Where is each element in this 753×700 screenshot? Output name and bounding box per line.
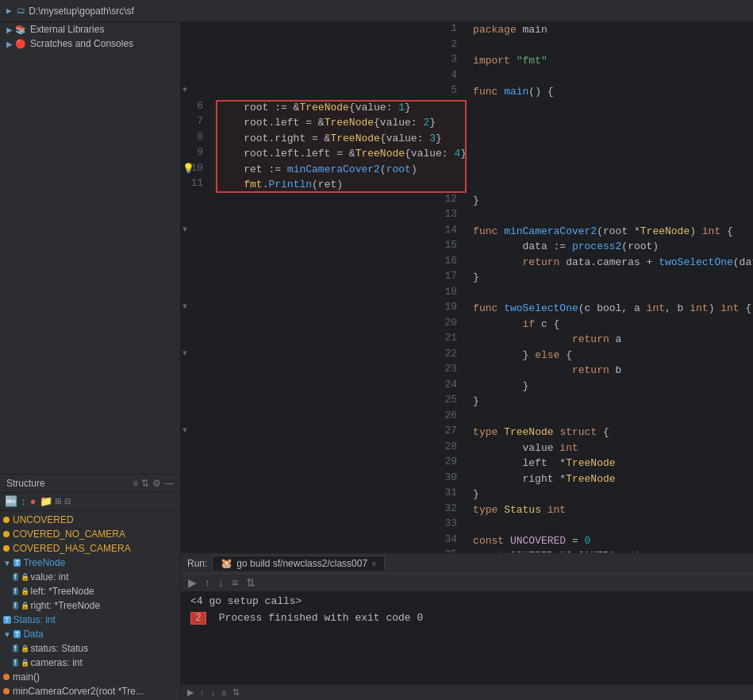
tree-item-covered-has-camera[interactable]: COVERED_HAS_CAMERA — [0, 541, 180, 556]
line-content — [467, 69, 753, 85]
status-up-icon[interactable]: ↑ — [200, 688, 205, 698]
line-content — [467, 286, 753, 302]
folder-view-icon[interactable]: 📁 — [40, 495, 52, 508]
sidebar-item-scratches[interactable]: ▶ 🔴 Scratches and Consoles — [0, 37, 180, 51]
item-label: left: *TreeNode — [31, 586, 94, 597]
run-wrap-button[interactable]: ≡ — [229, 575, 240, 590]
line-number: 35 — [181, 548, 467, 552]
line-content: ret := minCameraCover2(root) — [213, 162, 467, 178]
sort-type-icon[interactable]: ↕ — [21, 496, 27, 508]
sidebar-item-external-libraries[interactable]: ▶ 📚 External Libraries — [0, 22, 180, 37]
type-icon: T — [3, 616, 11, 624]
field-icon: f — [13, 573, 18, 581]
fold-arrow-icon[interactable]: ▼ — [182, 349, 187, 358]
process-done-text: Process finished with exit code 0 — [219, 612, 423, 624]
line-number: 3 — [181, 53, 467, 69]
tree-item-main[interactable]: main() — [0, 670, 180, 684]
line-number: 13 — [181, 208, 467, 224]
fold-arrow-icon[interactable]: ▼ — [182, 426, 187, 435]
code-editor[interactable]: 1 package main 2 3 import "fmt" 4 — [181, 22, 753, 552]
filter-icon[interactable]: ● — [30, 496, 36, 508]
item-label: Data — [23, 629, 43, 640]
run-down-button[interactable]: ↓ — [216, 575, 226, 590]
fold-arrow-icon[interactable]: ▼ — [182, 225, 187, 234]
tree-item-status-int[interactable]: T Status: int — [0, 613, 180, 627]
const-icon — [3, 517, 10, 523]
sidebar: ▶ 📚 External Libraries ▶ 🔴 Scratches and… — [0, 22, 181, 700]
line-content: fmt.Println(ret) — [213, 177, 467, 193]
lightbulb-icon[interactable]: 💡 — [182, 163, 194, 175]
terminal-content[interactable]: <4 go setup calls> 2 Process finished wi… — [181, 592, 753, 684]
code-line-35: 35 const COVERED_NO_CAMERA = 1 — [181, 548, 753, 552]
run-tab-close[interactable]: × — [371, 560, 376, 568]
run-sort-button[interactable]: ⇅ — [244, 575, 258, 590]
status-run-icon[interactable]: ▶ — [187, 687, 194, 698]
line-number: 25 — [181, 394, 467, 410]
tree-item-mincameracover2[interactable]: minCameraCorver2(root *Tre... — [0, 684, 180, 698]
tree-item-uncovered[interactable]: UNCOVERED — [0, 513, 180, 527]
code-line-18: 18 — [181, 286, 753, 302]
code-line-10: 💡10 ret := minCameraCover2(root) — [181, 162, 467, 178]
tree-item-treenode[interactable]: ▼ T TreeNode — [0, 556, 180, 570]
fold-arrow-icon[interactable]: ▼ — [182, 302, 187, 311]
tree-item-left-treenode[interactable]: f 🔒 left: *TreeNode — [0, 584, 180, 598]
tree-item-value-int[interactable]: f 🔒 value: int — [0, 570, 180, 584]
status-wrap-icon[interactable]: ≡ — [221, 688, 226, 698]
field-icon: f — [13, 587, 18, 595]
expand-all-icon[interactable]: ⊞ — [56, 495, 62, 508]
line-number: 12 — [181, 193, 467, 209]
fold-arrow-icon[interactable]: ▼ — [182, 86, 187, 94]
terminal-prompt: <4 go setup calls> — [190, 595, 302, 607]
tree-item-covered-no-camera[interactable]: COVERED_NO_CAMERA — [0, 527, 180, 541]
structure-settings-icon[interactable]: ⚙ — [152, 478, 161, 489]
sort-alpha-icon[interactable]: 🔤 — [5, 495, 17, 508]
line-content: func minCameraCover2(root *TreeNode) int… — [467, 224, 753, 240]
item-label: cameras: int — [31, 657, 83, 668]
item-label: Status: int — [13, 614, 56, 625]
code-line-30: 30 right *TreeNode — [181, 471, 753, 487]
line-content — [467, 410, 753, 425]
collapse-all-icon[interactable]: ⊟ — [64, 495, 71, 508]
item-label: right: *TreeNode — [31, 600, 101, 611]
code-line-29: 29 left *TreeNode — [181, 456, 753, 471]
line-content: root := &TreeNode{value: 1} — [213, 100, 467, 116]
top-bar-path: D:\mysetup\gopath\src\sf — [29, 6, 134, 17]
line-number: ▼27 — [181, 425, 467, 440]
structure-close-icon[interactable]: — — [164, 478, 174, 489]
code-line-22: ▼22 } else { — [181, 348, 753, 363]
terminal-toolbar: ▶ ↑ ↓ ≡ ⇅ — [181, 574, 753, 592]
tree-item-right-treenode[interactable]: f 🔒 right: *TreeNode — [0, 598, 180, 613]
code-line-28: 28 value int — [181, 440, 753, 456]
code-line-12: 12 } — [181, 193, 753, 209]
code-line-13: 13 — [181, 208, 753, 224]
tree-item-data[interactable]: ▼ T Data — [0, 627, 180, 641]
status-down-icon[interactable]: ↓ — [211, 688, 216, 698]
line-number: 2 — [181, 38, 467, 54]
run-up-button[interactable]: ↑ — [202, 575, 213, 590]
code-line-4: 4 — [181, 69, 753, 85]
tree-item-cameras-int[interactable]: f 🔒 cameras: int — [0, 656, 180, 670]
structure-expand-icon[interactable]: ⇅ — [141, 478, 149, 489]
code-line-24: 24 } — [181, 379, 753, 394]
code-line-8: 8 root.right = &TreeNode{value: 3} — [181, 131, 467, 147]
structure-sort-icon[interactable]: ≡ — [133, 478, 138, 489]
item-label: main() — [13, 671, 40, 683]
line-content — [467, 38, 753, 54]
line-number: 1 — [181, 22, 467, 38]
line-content: return b — [467, 363, 753, 379]
code-line-9: 9 root.left.left = &TreeNode{value: 4} — [181, 146, 467, 162]
terminal-output-line: 2 Process finished with exit code 0 — [190, 612, 743, 625]
item-label: value: int — [31, 571, 69, 583]
code-line-2: 2 — [181, 38, 753, 54]
status-sort-icon[interactable]: ⇅ — [232, 687, 240, 698]
line-content: } — [467, 394, 753, 410]
run-play-button[interactable]: ▶ — [186, 575, 199, 590]
run-tab[interactable]: 🐹 go build sf/newclass2/class007 × — [212, 556, 385, 571]
lock-icon: 🔒 — [21, 602, 29, 610]
lock-icon: 🔒 — [21, 644, 29, 652]
tree-item-status-status[interactable]: f 🔒 status: Status — [0, 641, 180, 656]
const-icon — [3, 531, 10, 537]
code-line-20: 20 if c { — [181, 317, 753, 333]
code-line-3: 3 import "fmt" — [181, 53, 753, 69]
line-content: type Status int — [467, 502, 753, 518]
